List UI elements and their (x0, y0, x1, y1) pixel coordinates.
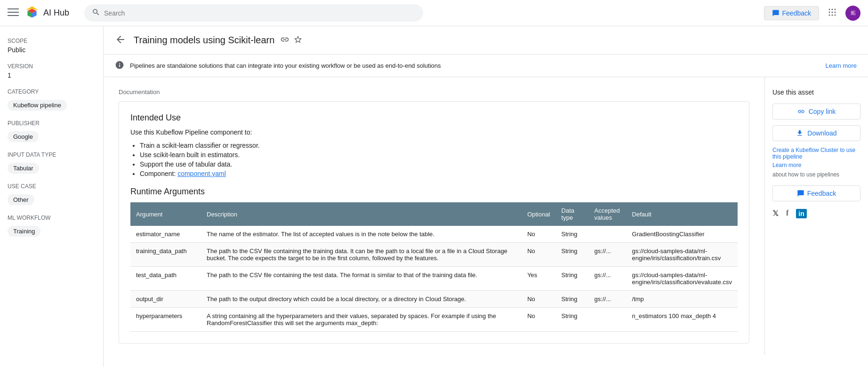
bullet-1: Train a scikit-learn classifier or regre… (140, 142, 738, 149)
cell-optional: No (522, 226, 555, 243)
info-banner: Pipelines are standalone solutions that … (104, 55, 868, 77)
download-button[interactable]: Download (772, 125, 860, 141)
page-title: Training models using Scikit-learn (134, 35, 274, 46)
cell-datatype: String (556, 291, 589, 308)
svg-rect-0 (8, 8, 19, 9)
table-row: output_dir The path to the output direct… (130, 291, 738, 308)
twitter-icon[interactable]: 𝕏 (772, 209, 779, 218)
bullet-list: Train a scikit-learn classifier or regre… (130, 142, 738, 177)
svg-point-5 (835, 9, 836, 10)
cell-default: gs://cloud-samples-data/ml-engine/iris/c… (627, 243, 738, 267)
table-row: test_data_path The path to the CSV file … (130, 267, 738, 291)
table-header-row: Argument Description Optional Data type … (130, 202, 738, 226)
search-input[interactable] (104, 9, 416, 17)
svg-rect-2 (8, 15, 19, 16)
feedback-panel-label: Feedback (807, 190, 836, 197)
sidebar-ml-workflow: ML workflow Training (8, 215, 96, 237)
feedback-button[interactable]: Feedback (764, 6, 819, 20)
menu-icon[interactable] (8, 7, 19, 19)
svg-point-4 (832, 9, 833, 10)
download-label: Download (807, 129, 836, 137)
cell-accepted (589, 226, 627, 243)
cell-optional: No (522, 308, 555, 332)
banner-text: Pipelines are standalone solutions that … (130, 62, 818, 69)
bullet-3: Support the use of tabular data. (140, 160, 738, 168)
avatar-initials: 炻 (851, 9, 856, 16)
input-data-label: Input data type (8, 152, 96, 158)
learn-more-link[interactable]: Learn more (826, 62, 857, 69)
scope-label: Scope (8, 38, 96, 44)
app-name: AI Hub (43, 8, 69, 18)
search-icon (92, 8, 100, 18)
cell-default: n_estimators 100 max_depth 4 (627, 308, 738, 332)
svg-point-8 (835, 12, 836, 13)
args-table: Argument Description Optional Data type … (130, 202, 738, 332)
cell-argument: test_data_path (130, 267, 201, 291)
publisher-chip[interactable]: Google (8, 131, 39, 142)
cell-accepted: gs://... (589, 291, 627, 308)
create-cluster-link[interactable]: Create a Kubeflow Cluster to use this pi… (772, 147, 860, 160)
col-header-datatype: Data type (556, 202, 589, 226)
cell-datatype: String (556, 226, 589, 243)
cell-argument: training_data_path (130, 243, 201, 267)
ml-workflow-chip[interactable]: Training (8, 226, 40, 237)
cell-argument: output_dir (130, 291, 201, 308)
use-case-chip[interactable]: Other (8, 194, 34, 205)
info-icon (115, 60, 124, 71)
cell-default: gs://cloud-samples-data/ml-engine/iris/c… (627, 267, 738, 291)
svg-rect-1 (8, 12, 19, 13)
right-panel: Use this asset Copy link Download Create… (764, 77, 868, 355)
col-header-description: Description (201, 202, 522, 226)
sidebar-version: Version 1 (8, 63, 96, 79)
input-data-chip[interactable]: Tabular (8, 163, 39, 174)
cell-datatype: String (556, 267, 589, 291)
bullet-2: Use scikit-learn built in estimators. (140, 151, 738, 159)
cell-datatype: String (556, 243, 589, 267)
use-case-label: Use case (8, 183, 96, 190)
publisher-label: Publisher (8, 120, 96, 127)
cell-accepted: gs://... (589, 267, 627, 291)
sidebar-scope: Scope Public (8, 38, 96, 54)
learn-more-pipelines: Learn more about how to use pipelines (772, 162, 860, 178)
social-icons: 𝕏 f in (772, 209, 860, 218)
svg-point-3 (829, 9, 830, 10)
apps-icon[interactable] (827, 7, 838, 19)
cell-optional: No (522, 291, 555, 308)
sidebar-use-case: Use case Other (8, 183, 96, 205)
version-value: 1 (8, 72, 96, 79)
component-yaml-link[interactable]: component.yaml (177, 170, 226, 177)
feedback-btn-label: Feedback (782, 9, 811, 17)
main-content: Training models using Scikit-learn Pipel… (104, 26, 868, 367)
col-header-default: Default (627, 202, 738, 226)
category-chip[interactable]: Kubeflow pipeline (8, 100, 67, 111)
page-wrapper: Scope Public Version 1 Category Kubeflow… (0, 26, 868, 367)
facebook-icon[interactable]: f (786, 209, 788, 218)
linkedin-icon[interactable]: in (796, 209, 806, 218)
page-header: Training models using Scikit-learn (104, 26, 868, 55)
star-icon[interactable] (293, 35, 303, 46)
sidebar: Scope Public Version 1 Category Kubeflow… (0, 26, 104, 367)
version-label: Version (8, 63, 96, 70)
avatar[interactable]: 炻 (845, 6, 860, 21)
sidebar-category: Category Kubeflow pipeline (8, 88, 96, 111)
cell-description: The name of the estimator. The list of a… (201, 226, 522, 243)
cell-description: The path to the output directory which c… (201, 291, 522, 308)
content-body: Documentation Intended Use Use this Kube… (104, 77, 868, 355)
learn-more-pipelines-link[interactable]: Learn more (772, 162, 860, 168)
cell-optional: Yes (522, 267, 555, 291)
cell-accepted: gs://... (589, 243, 627, 267)
search-bar[interactable] (84, 4, 423, 22)
ml-workflow-label: ML workflow (8, 215, 96, 221)
asset-title: Use this asset (772, 88, 860, 96)
category-label: Category (8, 88, 96, 95)
link-icon[interactable] (280, 35, 289, 46)
copy-link-button[interactable]: Copy link (772, 104, 860, 120)
doc-card: Intended Use Use this Kubeflow Pipeline … (119, 101, 749, 343)
svg-point-10 (832, 15, 833, 16)
cell-description: The path to the CSV file containing the … (201, 267, 522, 291)
back-icon[interactable] (115, 34, 126, 47)
cell-argument: estimator_name (130, 226, 201, 243)
svg-point-9 (829, 15, 830, 16)
logo[interactable]: AI Hub (24, 6, 69, 21)
feedback-panel-button[interactable]: Feedback (772, 185, 860, 201)
